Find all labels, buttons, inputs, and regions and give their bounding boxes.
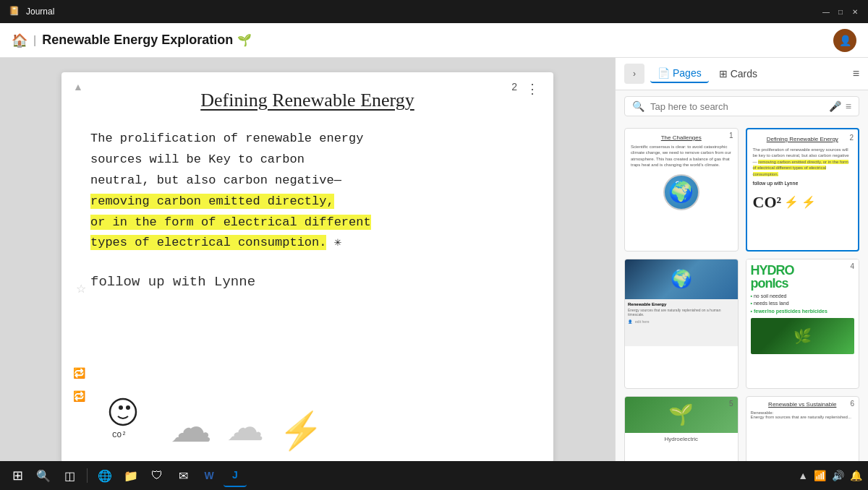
thumb-1-number: 1 [729,132,733,139]
notification-area-icon[interactable]: ▲ [798,470,808,481]
thumb-2-title: Defining Renewable Energy [753,135,853,144]
word-icon: W [204,470,213,481]
bottom-icon-2[interactable]: 🔁 [73,390,88,405]
thumb-5-label: Hydroelectric [625,433,738,445]
thumb-6-number: 6 [850,400,854,408]
breadcrumb-title: Renewable Energy Exploration [42,33,233,48]
page-body: The prolification of renewable energy so… [90,129,524,254]
thumb-2-highlighted: removing carbon emitted directly, or in … [753,160,849,176]
thumb-1-title: The Challenges [631,134,732,141]
title-emoji: 🌱 [237,33,252,47]
svg-point-2 [126,405,130,410]
thumb-5-image: 🌱 [625,397,738,433]
note-text: follow up with Lynne [90,274,524,290]
thumb-5-content: 🌱 Hydroelectric [625,397,738,455]
sketch-area: CO² ☁ ☁ ⚡ [105,379,539,452]
panel-header: › 📄 Pages ⊞ Cards ≡ [616,58,868,90]
cards-tab-label: Cards [731,68,757,79]
pages-grid: 1 The Challenges Scientific consensus is… [616,122,868,490]
taskbar-separator [87,468,88,483]
page-menu-button[interactable]: ⋮ [526,81,539,97]
taskbar-edge-button[interactable]: 🌐 [93,464,116,487]
thumb-5-number: 5 [729,400,733,408]
panel-tabs: 📄 Pages ⊞ Cards [650,64,765,83]
wifi-icon[interactable]: 📶 [814,470,826,481]
voice-search-icon[interactable]: 🎤 [829,100,841,112]
taskbar-journal-button[interactable]: J [224,464,247,487]
close-button[interactable]: ✕ [851,7,859,16]
thumb-2-note: follow up with Lynne [753,180,853,188]
right-panel: › 📄 Pages ⊞ Cards ≡ 🔍 🎤 ≡ [615,58,868,490]
taskbar-taskview-button[interactable]: ◫ [58,464,81,487]
body-line-5: or in the form of electrical different [90,212,524,233]
home-icon[interactable]: 🏠 [12,33,27,48]
taskbar-word-button[interactable]: W [197,464,221,487]
avatar[interactable]: 👤 [833,29,856,52]
taskbar-start-button[interactable]: ⊞ [6,464,29,487]
bullet-dot-2: • [751,301,752,306]
thumb-1-earth-image: 🌍 [663,174,699,210]
co2-sketch: CO² [105,390,156,452]
lightning-icon-1: ⚡ [784,194,799,211]
search-bar: 🔍 🎤 ≡ [624,96,859,116]
system-tray: ▲ 📶 🔊 🔔 [798,470,862,481]
journal-area: ▲ 2 ⋮ ☆ Defining Renewable Energy The pr… [0,58,615,490]
renewable-text: Energy from sources that are naturally r… [751,415,851,419]
panel-filter-icon[interactable]: ≡ [853,67,859,80]
journal-page: ▲ 2 ⋮ ☆ Defining Renewable Energy The pr… [61,72,553,463]
hydroponics-title: HYDROponIcs [751,264,855,290]
taskbar-search-button[interactable]: 🔍 [32,464,55,487]
highlighted-text-2: or in the form of electrical different [90,215,371,230]
taskbar-taskview-icon: ◫ [64,469,75,483]
taskbar-explorer-button[interactable]: 📁 [119,464,142,487]
minimize-button[interactable]: — [822,7,830,16]
journal-icon: J [232,469,238,481]
tab-pages[interactable]: 📄 Pages [650,64,709,83]
page-title: Defining Renewable Energy [90,90,524,111]
windows-icon: ⊞ [12,468,23,483]
thumb-4-content: HYDROponIcs • no soil needed • needs les… [746,259,859,359]
page-thumb-1[interactable]: 1 The Challenges Scientific consensus is… [624,128,739,252]
thumb-6-title: Renewable vs Sustainable [751,401,855,408]
tab-cards[interactable]: ⊞ Cards [712,64,765,83]
titlebar: 📔 Journal — □ ✕ [0,0,868,23]
page-thumb-2[interactable]: 2 Defining Renewable Energy The prolifer… [746,128,860,252]
thumb-3-content: 🌍 Renewable Energy Energy sources that a… [625,259,738,346]
volume-icon[interactable]: 🔊 [832,470,844,481]
battery-icon[interactable]: 🔔 [850,470,862,481]
avatar-small-icon: 👤 [628,319,632,324]
cards-tab-icon: ⊞ [719,68,728,79]
explorer-icon: 📁 [124,469,138,483]
thumb-6-body: Renewable: Energy from sources that are … [751,411,855,419]
edit-label: edit here [635,319,649,324]
page-collapse-button[interactable]: ▲ [73,81,83,93]
taskbar-defender-button[interactable]: 🛡 [145,464,169,487]
thumb-4-plant-image: 🌿 [751,318,855,354]
page-thumb-3[interactable]: 3 🌍 Renewable Energy Energy sources that… [624,259,739,389]
co2-character-svg: CO² [105,390,156,452]
hydroponics-bullets: • no soil needed • needs less land • few… [751,293,855,316]
panel-toggle-button[interactable]: › [624,64,644,84]
thumb-2-content: 2 Defining Renewable Energy The prolifer… [747,129,859,220]
page-thumb-4[interactable]: 4 HYDROponIcs • no soil needed • needs l… [746,259,860,389]
filter-search-icon[interactable]: ≡ [846,100,851,112]
body-line-4: removing carbon emitted directly, [90,192,524,212]
pages-tab-icon: 📄 [658,67,670,79]
thumb-2-body: The proliferation of renewable energy so… [753,147,853,177]
taskbar-mail-button[interactable]: ✉ [171,464,195,487]
bullet-dot-3: • [751,309,752,314]
page-star-button[interactable]: ☆ [76,282,86,296]
body-line-1: The prolification of renewable energy [90,129,524,150]
body-line-3: neutral, but also carbon negative— [90,171,524,192]
taskbar-search-icon: 🔍 [36,469,51,483]
bottom-icon-1[interactable]: 🔁 [73,367,88,382]
chevron-right-icon: › [633,69,636,79]
svg-text:CO²: CO² [112,431,127,439]
breadcrumb-separator: | [33,34,36,47]
thumb-2-icons: CO² ⚡ ⚡ [753,190,853,214]
edge-icon: 🌐 [98,469,112,483]
bullet-dot-1: • [751,293,752,298]
maximize-button[interactable]: □ [836,7,845,16]
search-input[interactable] [650,101,823,112]
svg-point-0 [110,399,136,425]
